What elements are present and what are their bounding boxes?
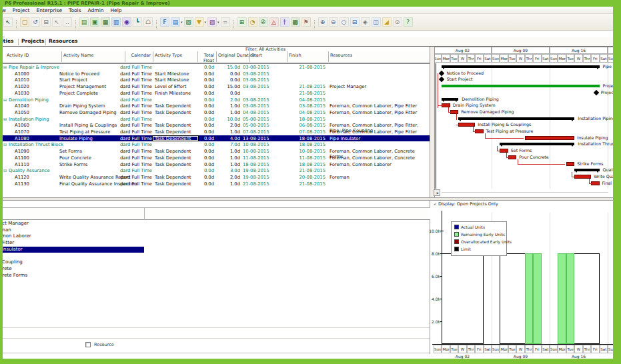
gantt-milestone-icon[interactable] — [593, 90, 598, 95]
gantt-hscrollbar[interactable]: ◄ — [432, 189, 613, 197]
undo-icon[interactable]: ↺ — [31, 17, 40, 27]
col-calendar[interactable]: Calendar — [127, 53, 151, 58]
copy-icon[interactable]: ▤ — [79, 17, 89, 27]
dropdown-caret-icon[interactable]: ▾ — [205, 20, 207, 24]
activity-row-A1000[interactable]: A1000Notice to ProceedStandard Full Time… — [3, 71, 430, 77]
group-row-demolition-piping[interactable]: ⊟Demolition PipingStandard Full Time0.0d… — [3, 97, 430, 103]
gantt-task-bar[interactable] — [442, 103, 450, 107]
zoom-fit-icon[interactable]: ○ — [340, 17, 349, 27]
column-divider[interactable] — [144, 208, 145, 220]
group-row-pipe-repair-improve[interactable]: ⊟Pipe Repair & ImproveStandard Full Time… — [3, 64, 430, 71]
link-icon[interactable]: † — [280, 17, 289, 27]
resource-row-concrete-forms[interactable]: Concrete Forms — [3, 273, 144, 279]
gantt-loe-bar[interactable] — [442, 85, 599, 87]
activity-row-A1110[interactable]: A1110Strike FormsStandard Full TimeTask … — [3, 161, 430, 168]
column-divider[interactable] — [287, 51, 288, 62]
progress-icon[interactable]: ▩ — [291, 17, 300, 27]
gantt-task-bar[interactable] — [525, 136, 575, 140]
resource-row-pipe-insulator[interactable]: Pipe Insulator — [3, 247, 144, 253]
cut-row-icon[interactable]: ⊟ — [41, 17, 51, 27]
col-activity-id[interactable]: Activity ID — [7, 53, 29, 58]
col-start[interactable]: Start — [251, 53, 262, 58]
resource-row-pipe-coupling[interactable]: Pipe Coupling — [3, 259, 144, 266]
activity-row-A1090[interactable]: A1090Set FormsStandard Full TimeTask Dep… — [3, 148, 430, 155]
usage-view-icon[interactable]: ▧ — [184, 17, 193, 27]
milestone-icon[interactable]: ☖ — [143, 17, 153, 27]
settings-icon[interactable]: ⊙ — [393, 17, 402, 27]
timescale-week-Aug-16[interactable]: Aug 16 — [550, 47, 608, 54]
resource-row-project-manager[interactable]: Project Manager — [3, 221, 144, 227]
zoom-out-icon[interactable]: ⊖ — [329, 17, 338, 27]
gantt-task-bar[interactable] — [591, 181, 599, 185]
activity-row-A1010[interactable]: A1010Start ProjectStandard Full TimeStar… — [3, 77, 430, 83]
remaining-units-bar[interactable] — [525, 253, 533, 344]
menu-enterprise[interactable]: Enterprise — [36, 7, 62, 13]
activity-row-A1020[interactable]: A1020Project ManagementStandard Full Tim… — [3, 83, 430, 90]
tab-resources[interactable]: Resources — [49, 38, 78, 46]
column-divider[interactable] — [249, 51, 250, 62]
remaining-units-bar[interactable] — [566, 253, 574, 344]
dots-icon[interactable]: ‥ — [63, 17, 72, 27]
activity-row-A1080[interactable]: A1080Insulate PipingStandard Full TimeTa… — [3, 135, 430, 142]
gantt-task-bar[interactable] — [450, 110, 458, 114]
zoom-in-icon[interactable]: ⊕ — [318, 17, 328, 27]
add-activity-icon[interactable]: ⊞ — [237, 17, 247, 27]
level-icon[interactable]: ◬ — [269, 17, 279, 27]
activity-row-A1050[interactable]: A1050Remove Damaged PipingStandard Full … — [3, 109, 430, 116]
new-window-icon[interactable]: ▢ — [20, 17, 29, 27]
column-divider[interactable] — [153, 51, 153, 62]
gantt-task-bar[interactable] — [508, 155, 516, 159]
resources-icon[interactable]: ▦ — [101, 17, 110, 27]
activity-row-A1040[interactable]: A1040Drain Piping SystemStandard Full Ti… — [3, 103, 430, 109]
schedule-icon[interactable]: ✇ — [259, 17, 268, 27]
gantt-task-bar[interactable] — [500, 149, 508, 153]
resource-checkbox-label[interactable]: Resource — [94, 342, 114, 347]
menu-admin[interactable]: Admin — [88, 7, 104, 13]
gantt-task-bar[interactable] — [566, 162, 574, 166]
column-divider[interactable] — [197, 51, 198, 62]
comment-icon[interactable]: ◢ — [382, 17, 392, 27]
column-divider[interactable] — [328, 51, 329, 62]
dropdown-caret-icon[interactable]: ▾ — [217, 20, 219, 24]
column-divider[interactable] — [216, 51, 217, 62]
resource-row-concrete[interactable]: Concrete — [3, 266, 144, 273]
menu-tools[interactable]: Tools — [69, 7, 81, 13]
activity-row-A1130[interactable]: A1130Final Quality Assurance InspectionS… — [3, 181, 430, 187]
group-row-quality-assurance[interactable]: ⊟Quality AssuranceStandard Full Time0.0d… — [3, 167, 430, 174]
reports-icon[interactable]: ▥ — [111, 17, 121, 27]
activity-row-A1100[interactable]: A1100Pour ConcreteStandard Full TimeTask… — [3, 155, 430, 161]
scroll-left-arrow-icon[interactable]: ◄ — [434, 189, 440, 196]
remaining-units-bar[interactable] — [533, 253, 541, 344]
activity-row-A1060[interactable]: A1060Install Piping & CouplingsStandard … — [3, 122, 430, 129]
gantt-milestone-icon[interactable] — [439, 70, 444, 75]
column-divider[interactable] — [61, 51, 62, 62]
timescale-week-partial[interactable] — [608, 47, 613, 54]
scroll-track[interactable] — [442, 192, 608, 193]
timescale-week-Aug-02[interactable]: Aug 02 — [435, 47, 492, 54]
layout-icon[interactable]: F — [160, 17, 169, 27]
gantt-view-icon[interactable]: ▤ — [171, 17, 180, 27]
group-sort-icon[interactable]: ▨ — [207, 17, 217, 27]
col-finish[interactable]: Finish — [289, 53, 301, 58]
gantt-summary-bar[interactable] — [458, 117, 574, 120]
wbs-icon[interactable]: ┗ — [133, 17, 142, 27]
resource-row-pipe[interactable]: Pipe — [3, 253, 144, 260]
remaining-units-bar[interactable] — [558, 253, 566, 344]
tracking-icon[interactable]: ◉ — [122, 17, 131, 27]
projects-icon[interactable]: ▣ — [90, 17, 99, 27]
collapse-icon[interactable]: ◈ — [361, 17, 370, 27]
col-resources[interactable]: Resources — [330, 53, 352, 58]
group-row-installation-thrust-block[interactable]: ⊟Installation Thrust BlockStandard Full … — [3, 141, 430, 148]
help-icon[interactable]: ? — [404, 17, 413, 27]
resource-row-pipe-fitter[interactable]: Pipe Fitter — [3, 240, 144, 247]
pointer-tool-icon[interactable]: ↖ — [3, 17, 13, 27]
flag-icon[interactable]: ⚑ — [301, 17, 311, 27]
gantt-summary-bar[interactable] — [442, 65, 599, 68]
col-activity-name[interactable]: Activity Name — [63, 53, 94, 58]
col-total-float[interactable]: Total Float — [193, 53, 214, 63]
timescale-week-Aug-09[interactable]: Aug 09 — [492, 47, 550, 54]
activity-row-A1120[interactable]: A1120Write Quality Assurance ReportStand… — [3, 174, 430, 181]
gantt-summary-bar[interactable] — [500, 143, 574, 145]
gantt-milestone-icon[interactable] — [439, 77, 444, 82]
resource-row-common-laborer[interactable]: Common Laborer — [3, 233, 144, 240]
